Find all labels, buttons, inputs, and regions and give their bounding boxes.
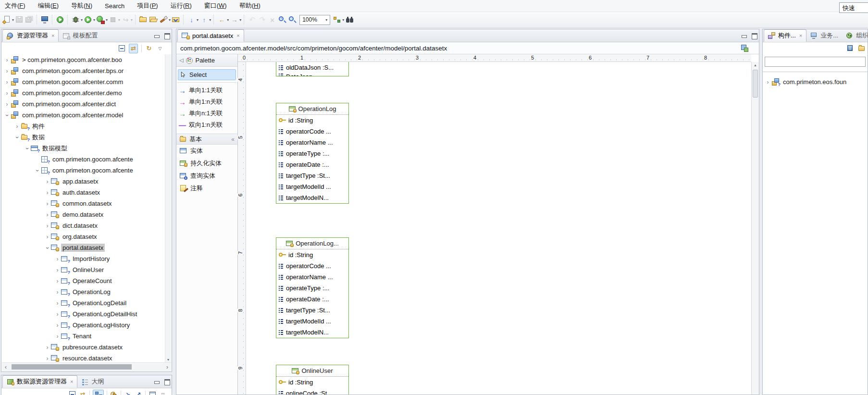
tree-row[interactable]: ›?OperateCount: [2, 275, 164, 286]
open-directory-button[interactable]: [149, 14, 159, 25]
tree-row[interactable]: ›app.datasetx: [2, 176, 164, 187]
zoom-level-combo[interactable]: 100%▾: [299, 15, 330, 25]
entity-header[interactable]: OnlineUser: [276, 365, 348, 377]
run-button[interactable]: ▾: [83, 14, 96, 25]
tab-component-lib[interactable]: 构件... ×: [764, 29, 806, 42]
scrollbar-thumb[interactable]: [12, 364, 132, 370]
scroll-down-icon[interactable]: ▾: [165, 358, 171, 362]
chevron-right-icon[interactable]: ›: [54, 322, 61, 329]
link-with-editor-button[interactable]: ⇄: [129, 44, 138, 53]
tab-resource-explorer[interactable]: 资源管理器 ×: [2, 29, 59, 42]
chevron-right-icon[interactable]: ›: [54, 333, 61, 340]
tree-row[interactable]: ›?数据模型: [2, 143, 164, 154]
tree-row[interactable]: ›?Tenant: [2, 331, 164, 342]
chevron-down-icon[interactable]: ›: [4, 112, 11, 118]
palette-collapse-icon[interactable]: ◁: [179, 57, 183, 63]
run-secure-button[interactable]: ▾: [96, 14, 108, 25]
start-server-button[interactable]: [55, 14, 65, 25]
refresh-button[interactable]: ↻: [145, 44, 153, 53]
collapse-all-button[interactable]: [118, 44, 125, 53]
tree-row[interactable]: ›?构件: [2, 121, 164, 132]
close-icon[interactable]: ×: [70, 379, 73, 384]
tab-datasource-explorer[interactable]: 数据源资源管理器 ×: [2, 375, 77, 388]
entity-field[interactable]: onlineCode :St: [276, 388, 348, 395]
dropdown-arrow-icon[interactable]: ▾: [209, 18, 211, 22]
entity-box[interactable]: OperationLog...id :StringoperatorCode ..…: [276, 237, 349, 338]
show-hierarchy-button[interactable]: [93, 390, 104, 395]
maximize-icon[interactable]: [751, 33, 757, 38]
new-wizard-button[interactable]: ▾: [2, 14, 14, 25]
tree-row[interactable]: ›com.primeton.gocom.afcenter.model: [2, 110, 164, 121]
section-collapse-icon[interactable]: «: [231, 136, 235, 143]
tree-row[interactable]: ›com.primeton.gocom.afcenter.demo: [2, 87, 164, 99]
zoom-in-button[interactable]: +: [277, 14, 287, 25]
chevron-right-icon[interactable]: ›: [44, 222, 50, 229]
link-with-editor-button[interactable]: ⇄: [79, 390, 87, 395]
entity-field[interactable]: operatorCode ...: [276, 126, 348, 137]
tree-row[interactable]: ›?ImportHistory: [2, 253, 164, 264]
link-with-editor-icon[interactable]: [741, 44, 748, 52]
layout-button[interactable]: ▾: [332, 14, 345, 25]
menu-project[interactable]: 项目(P): [137, 1, 158, 10]
tree-vertical-scrollbar[interactable]: ▾: [165, 54, 171, 362]
entity-field[interactable]: targetModelN...: [276, 192, 348, 203]
dropdown-arrow-icon[interactable]: ▾: [12, 18, 14, 22]
view-menu-button[interactable]: ▽: [159, 390, 167, 395]
tab-template-config[interactable]: 模板配置: [59, 29, 101, 42]
tree-row[interactable]: ?com.primeton.gocom.afcente: [2, 154, 164, 165]
pin-button[interactable]: [847, 44, 855, 53]
forward-button[interactable]: →▾: [229, 14, 242, 25]
menu-file[interactable]: 文件(F): [5, 1, 25, 10]
palette-connection-tool[interactable]: →单向1:n关联: [176, 96, 237, 108]
palette-connection-tool[interactable]: →单向1:1关联: [176, 85, 237, 96]
search-input[interactable]: [765, 57, 866, 67]
menu-help[interactable]: 帮助(H): [239, 1, 260, 10]
tree-row[interactable]: ›pubresource.datasetx: [2, 342, 164, 353]
entity-field[interactable]: operatorName ...: [276, 137, 348, 148]
chevron-right-icon[interactable]: ›: [765, 79, 771, 86]
entity-field[interactable]: DataJson: [276, 73, 348, 76]
palette-tool-query-entity[interactable]: 查询实体: [176, 170, 237, 182]
check-out-button[interactable]: ↓▾: [186, 14, 199, 25]
tree-row[interactable]: ›?OperationLogDetail: [2, 297, 164, 309]
tree-row[interactable]: ›portal.datasetx: [2, 242, 164, 253]
tab-outline[interactable]: 大纲: [77, 375, 108, 388]
chevron-right-icon[interactable]: ›: [44, 344, 50, 351]
tree-row[interactable]: ›common.datasetx: [2, 198, 164, 209]
chevron-down-icon[interactable]: ›: [24, 145, 31, 151]
chevron-right-icon[interactable]: ›: [4, 57, 10, 63]
back-button[interactable]: ←▾: [217, 14, 229, 25]
menu-run[interactable]: 运行(R): [171, 1, 192, 10]
palette-connection-tool[interactable]: →单向n:1关联: [176, 108, 237, 119]
open-artifact-button[interactable]: [138, 14, 149, 25]
tree-row[interactable]: ›com.primeton.gocom.afcenter.dict: [2, 99, 164, 110]
entity-box[interactable]: OnlineUserid :StringonlineCode :St: [276, 365, 349, 395]
dropdown-arrow-icon[interactable]: ▾: [169, 18, 171, 22]
menu-edit[interactable]: 编辑(E): [38, 1, 59, 10]
scroll-left-icon[interactable]: ‹: [2, 364, 10, 370]
dropdown-arrow-icon[interactable]: ▾: [118, 18, 120, 22]
breadcrumb[interactable]: com.primeton.gocom.afcenter.model/src/co…: [176, 42, 759, 54]
palette-tool-entity[interactable]: 实体: [176, 145, 237, 157]
chevron-right-icon[interactable]: ›: [4, 90, 10, 97]
dropdown-arrow-icon[interactable]: ▾: [239, 18, 241, 22]
entity-field[interactable]: operatorCode ...: [276, 260, 348, 272]
chevron-right-icon[interactable]: ›: [44, 189, 50, 196]
entity-field[interactable]: targetType :St...: [276, 170, 348, 181]
palette-section-basic[interactable]: 基本 «: [176, 134, 237, 145]
entity-field[interactable]: targetType :St...: [276, 305, 348, 316]
chevron-right-icon[interactable]: ›: [54, 278, 61, 284]
find-button[interactable]: [345, 14, 355, 25]
chevron-down-icon[interactable]: ›: [34, 167, 41, 173]
entity-field[interactable]: id :String: [276, 377, 348, 388]
new-window-button[interactable]: [149, 390, 156, 395]
link-source-button[interactable]: ↘: [124, 390, 132, 395]
palette-tool-note[interactable]: 注释: [176, 182, 237, 195]
close-icon[interactable]: ×: [51, 33, 54, 38]
tree-row[interactable]: ›demo.datasetx: [2, 209, 164, 220]
debug-button[interactable]: ▾: [71, 14, 83, 25]
chevron-right-icon[interactable]: ›: [54, 300, 61, 307]
tree-row[interactable]: ›?OperationLogHistory: [2, 320, 164, 331]
dropdown-arrow-icon[interactable]: ▾: [197, 18, 198, 22]
entity-field[interactable]: operateDate :...: [276, 159, 348, 170]
